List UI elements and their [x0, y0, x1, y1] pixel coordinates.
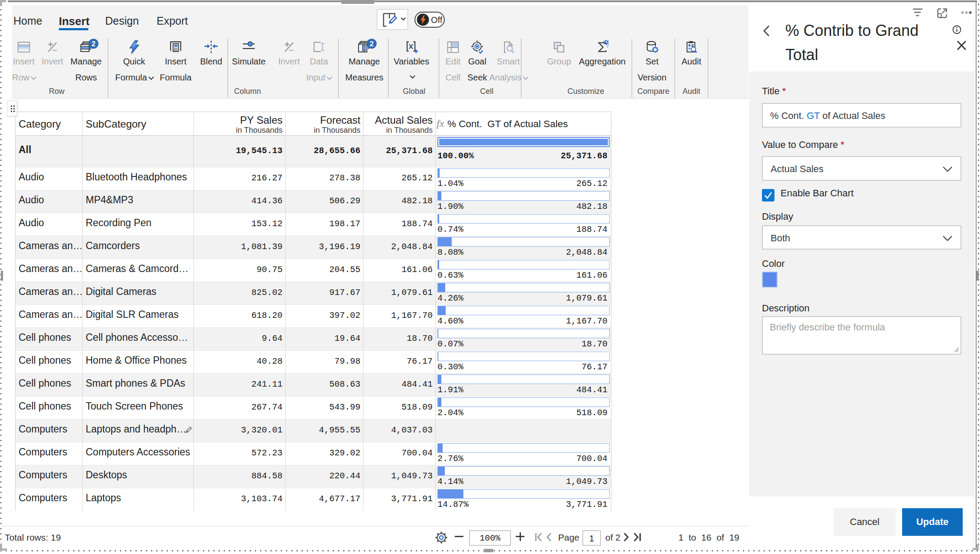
- svg-text:2: 2: [91, 40, 95, 48]
- svg-text:2: 2: [370, 40, 373, 48]
